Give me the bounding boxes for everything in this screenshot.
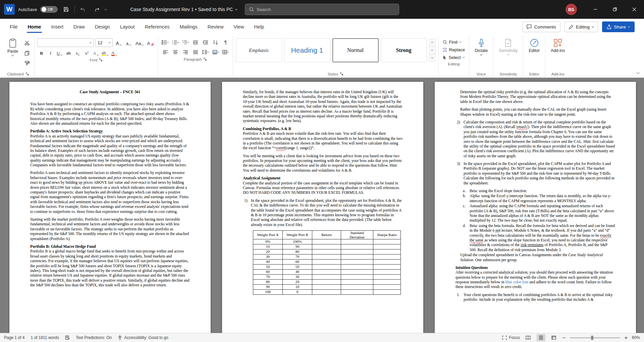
shading-button[interactable] [211, 48, 220, 56]
change-case-button[interactable]: Aa [135, 39, 145, 47]
autosave-toggle[interactable]: Off [40, 6, 58, 13]
save-button[interactable] [61, 4, 71, 14]
strikethrough-button[interactable]: ab [64, 49, 73, 57]
table-cell: 10 [283, 285, 312, 290]
text-predictions[interactable]: Text Predictions: On [76, 335, 112, 340]
zoom-out-button[interactable] [562, 336, 566, 340]
share-button[interactable]: Share [602, 21, 635, 32]
copy-button[interactable] [23, 49, 32, 57]
chevron-down-icon [592, 25, 594, 27]
tab-file[interactable]: File [5, 19, 22, 35]
select-button[interactable]: Select [441, 54, 467, 61]
style-heading-1[interactable]: Heading 1 [284, 38, 330, 62]
bullets-button[interactable] [161, 38, 170, 46]
tab-home[interactable]: Home [22, 19, 46, 35]
tab-view[interactable]: View [228, 19, 249, 35]
page-indicator[interactable]: Page 1 of 4 [4, 335, 24, 340]
numbering-button[interactable] [171, 38, 180, 46]
tab-review[interactable]: Review [203, 19, 229, 35]
collapse-ribbon-button[interactable] [637, 69, 639, 75]
line-spacing-button[interactable] [201, 48, 210, 56]
highlight-button[interactable]: ab [101, 49, 109, 57]
font-name-combo[interactable] [37, 38, 94, 47]
restore-button[interactable] [605, 0, 625, 19]
tab-design[interactable]: Design [90, 19, 115, 35]
search-box[interactable]: Search [245, 4, 399, 15]
dictate-button[interactable]: Dictate [472, 37, 490, 57]
justify-button[interactable] [191, 48, 200, 56]
find-button[interactable]: Find [441, 39, 467, 45]
italic-button[interactable]: I [46, 49, 55, 57]
underline-button[interactable]: U [55, 49, 64, 57]
format-painter-button[interactable] [23, 59, 32, 67]
clipboard-dialog-launcher[interactable] [26, 72, 29, 76]
zoom-slider-thumb[interactable] [591, 336, 593, 340]
font-dialog-launcher[interactable] [99, 58, 103, 62]
subscript-button[interactable]: x₂ [73, 49, 82, 57]
clear-formatting-button[interactable]: A [146, 39, 155, 47]
tab-draw[interactable]: Draw [68, 19, 90, 35]
avatar[interactable]: BS [566, 4, 577, 15]
sort-button[interactable] [211, 38, 220, 46]
document-title[interactable]: Case Study Assignment Rev 1 • Saved to t… [130, 7, 237, 12]
document-page-3[interactable]: Determine the optimal risky portfolio (e… [435, 82, 636, 333]
web-layout-button[interactable] [549, 334, 558, 341]
comments-button[interactable]: Comments [522, 21, 560, 32]
document-page-2[interactable]: Similarly, for bonds, if the manager bel… [222, 82, 423, 333]
addins-button[interactable]: Add-ins [548, 37, 568, 55]
tab-help[interactable]: Help [249, 19, 269, 35]
sensitivity-button[interactable]: Sensitivity [496, 37, 520, 57]
undo-button[interactable] [78, 4, 88, 14]
tab-insert[interactable]: Insert [46, 19, 68, 35]
word-count[interactable]: 1 of 1811 words [31, 335, 59, 340]
styles-gallery-more-button[interactable] [429, 54, 436, 61]
multilevel-list-button[interactable] [181, 38, 190, 46]
styles-gallery-down-button[interactable] [429, 47, 436, 54]
tab-layout[interactable]: Layout [115, 19, 140, 35]
word-logo[interactable]: W [4, 4, 15, 15]
editor-button[interactable]: Editor [526, 37, 542, 55]
zoom-level[interactable]: 60% [632, 335, 640, 340]
increase-indent-button[interactable] [201, 38, 210, 46]
font-size-combo[interactable]: 12 [95, 38, 113, 47]
styles-dialog-launcher[interactable] [340, 72, 343, 76]
show-paragraph-marks-button[interactable]: ¶ [221, 38, 230, 46]
cut-button[interactable] [23, 39, 32, 47]
decrease-indent-button[interactable] [191, 38, 200, 46]
style-strong[interactable]: Strong [381, 38, 427, 62]
document-page-1[interactable]: Case Study Assignment – FNCE 561You have… [9, 82, 211, 333]
zoom-slider[interactable] [570, 337, 620, 338]
align-center-button[interactable] [171, 48, 180, 56]
focus-mode-button[interactable]: Focus [502, 335, 520, 340]
editing-mode-button[interactable]: Editing [565, 21, 598, 32]
accessibility-status[interactable]: Accessibility: Good to go [118, 335, 168, 340]
quick-access-chevron-icon[interactable] [105, 8, 107, 10]
replace-button[interactable]: Replace [441, 47, 467, 53]
read-mode-button[interactable] [524, 334, 533, 341]
text-effects-button[interactable]: A [92, 49, 100, 57]
doc-text-segment: Intuition Questions [455, 266, 488, 270]
doc-text-segment: ). Then plot the indifference curve on t… [464, 125, 615, 158]
align-left-button[interactable] [161, 48, 170, 56]
styles-gallery-up-button[interactable] [429, 39, 436, 46]
style-emphasis[interactable]: Emphasis [236, 38, 282, 62]
grow-font-button[interactable]: A [114, 39, 123, 47]
tab-references[interactable]: References [140, 19, 174, 35]
align-right-button[interactable] [181, 48, 190, 56]
print-layout-button[interactable] [537, 334, 545, 341]
style-normal[interactable]: Normal [332, 38, 379, 62]
tab-mailings[interactable]: Mailings [175, 19, 203, 35]
doc-paragraph: Portfolios A & B are much more volatile … [243, 131, 402, 151]
minimize-button[interactable] [586, 0, 605, 19]
redo-button[interactable] [92, 4, 102, 14]
font-color-button[interactable]: A [110, 49, 118, 57]
close-button[interactable] [625, 0, 644, 19]
bold-button[interactable]: B [37, 49, 46, 57]
shrink-font-button[interactable]: A [124, 39, 133, 47]
proofing-status[interactable] [65, 335, 70, 340]
borders-button[interactable] [221, 48, 230, 56]
paste-button[interactable]: Paste [5, 37, 21, 58]
paragraph-dialog-launcher[interactable] [204, 58, 207, 61]
zoom-in-button[interactable] [624, 336, 628, 340]
superscript-button[interactable]: x² [83, 49, 91, 57]
